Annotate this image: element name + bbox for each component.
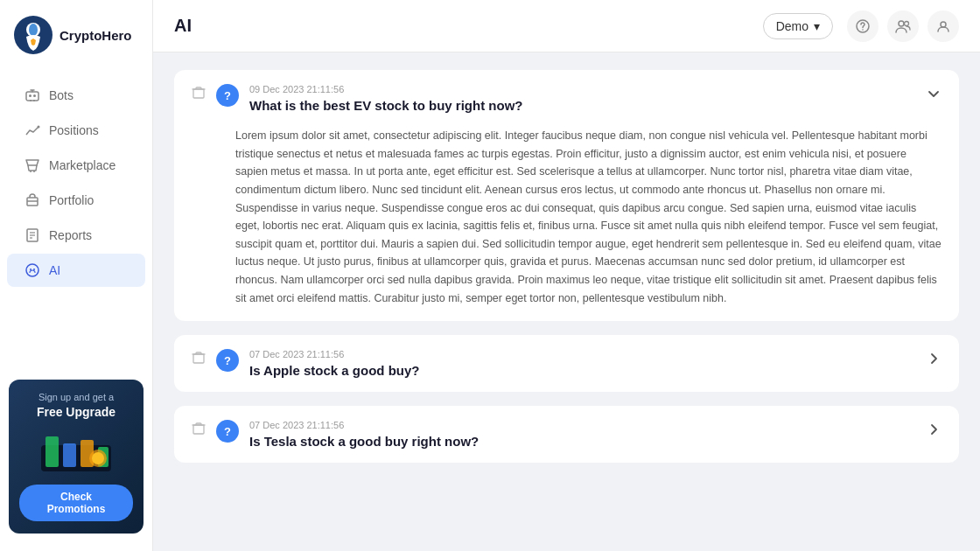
delete-icon-2[interactable] (192, 351, 206, 368)
qa-card-3: ? 07 Dec 2023 21:11:56 Is Tesla stock a … (174, 406, 959, 463)
svg-rect-20 (63, 443, 76, 467)
demo-selector[interactable]: Demo ▾ (763, 13, 833, 39)
sidebar-item-bots[interactable]: Bots (7, 79, 145, 112)
qa-question-2: Is Apple stock a good buy? (249, 363, 915, 378)
qa-card-1: ? 09 Dec 2023 21:11:56 What is the best … (174, 70, 959, 321)
qa-question-3: Is Tesla stock a good buy right now? (249, 434, 915, 449)
svg-point-17 (33, 269, 35, 270)
promo-image (37, 428, 116, 476)
marketplace-icon (24, 157, 40, 173)
svg-point-24 (92, 452, 104, 464)
svg-point-7 (30, 171, 32, 172)
sidebar-item-portfolio[interactable]: Portfolio (7, 184, 145, 217)
sidebar-item-positions-label: Positions (49, 123, 99, 137)
svg-point-27 (899, 21, 904, 26)
sidebar-nav: Bots Positions Marketplace Portfolio (0, 70, 152, 369)
qa-content-1: 09 Dec 2023 21:11:56 What is the best EV… (249, 84, 915, 113)
help-button[interactable] (847, 10, 878, 42)
ai-icon (24, 262, 40, 278)
expand-icon-3[interactable] (926, 422, 942, 442)
delete-icon-3[interactable] (192, 422, 206, 439)
reports-icon (24, 227, 40, 243)
qa-card-2: ? 07 Dec 2023 21:11:56 Is Apple stock a … (174, 335, 959, 392)
svg-point-4 (29, 94, 32, 97)
svg-rect-3 (26, 92, 38, 101)
check-promotions-button[interactable]: Check Promotions (19, 485, 133, 521)
main-content: AI Demo ▾ ? 09 (153, 0, 980, 551)
sidebar-item-marketplace-label: Marketplace (49, 158, 116, 172)
sidebar-item-bots-label: Bots (49, 88, 74, 102)
sidebar-item-ai-label: AI (49, 263, 60, 277)
svg-rect-19 (46, 436, 59, 467)
svg-rect-32 (193, 425, 204, 434)
qa-header-2: ? 07 Dec 2023 21:11:56 Is Apple stock a … (174, 335, 959, 392)
users-button[interactable] (887, 10, 919, 42)
sidebar-item-portfolio-label: Portfolio (49, 193, 94, 207)
svg-point-2 (29, 24, 38, 36)
qa-timestamp-1: 09 Dec 2023 21:11:56 (249, 84, 915, 94)
qa-icon-3: ? (216, 420, 239, 443)
chevron-down-icon: ▾ (814, 19, 820, 33)
sidebar-item-reports-label: Reports (49, 228, 92, 242)
app-name: CryptoHero (60, 28, 132, 43)
sidebar-item-marketplace[interactable]: Marketplace (7, 149, 145, 182)
qa-content-2: 07 Dec 2023 21:11:56 Is Apple stock a go… (249, 349, 915, 378)
header-actions (847, 10, 959, 42)
qa-icon-1: ? (216, 84, 239, 107)
sidebar: CryptoHero Bots Positions Marketplace (0, 0, 153, 551)
sidebar-item-positions[interactable]: Positions (7, 114, 145, 147)
svg-point-26 (862, 29, 864, 31)
svg-point-6 (38, 126, 40, 129)
demo-selector-label: Demo (776, 19, 808, 33)
qa-icon-2: ? (216, 349, 239, 372)
qa-question-1: What is the best EV stock to buy right n… (249, 98, 915, 113)
sidebar-item-ai[interactable]: AI (7, 254, 145, 287)
bots-icon (24, 87, 40, 103)
header: AI Demo ▾ (153, 0, 980, 52)
svg-point-5 (33, 94, 36, 97)
logo-icon (14, 16, 52, 54)
portfolio-icon (24, 192, 40, 208)
promo-box: Sign up and get a Free Upgrade Check Pro… (9, 380, 144, 534)
qa-timestamp-2: 07 Dec 2023 21:11:56 (249, 349, 915, 359)
delete-icon-1[interactable] (192, 86, 206, 103)
positions-icon (24, 122, 40, 138)
expand-icon-2[interactable] (926, 351, 942, 371)
profile-button[interactable] (928, 10, 959, 42)
content-area: ? 09 Dec 2023 21:11:56 What is the best … (153, 52, 980, 551)
svg-point-28 (905, 21, 909, 25)
qa-header-1: ? 09 Dec 2023 21:11:56 What is the best … (174, 70, 959, 127)
collapse-icon-1[interactable] (926, 86, 942, 106)
sidebar-item-reports[interactable]: Reports (7, 219, 145, 252)
qa-answer-1: Lorem ipsum dolor sit amet, consectetur … (218, 127, 959, 321)
promo-title: Free Upgrade (19, 405, 133, 419)
logo: CryptoHero (0, 0, 152, 70)
qa-content-3: 07 Dec 2023 21:11:56 Is Tesla stock a go… (249, 420, 915, 449)
qa-header-3: ? 07 Dec 2023 21:11:56 Is Tesla stock a … (174, 406, 959, 463)
svg-point-29 (941, 22, 946, 27)
promo-sign-up-text: Sign up and get a (19, 392, 133, 402)
svg-point-16 (30, 269, 32, 270)
svg-rect-30 (193, 89, 204, 98)
page-title: AI (174, 16, 763, 36)
svg-rect-31 (193, 354, 204, 363)
qa-timestamp-3: 07 Dec 2023 21:11:56 (249, 420, 915, 430)
svg-point-8 (33, 171, 35, 172)
